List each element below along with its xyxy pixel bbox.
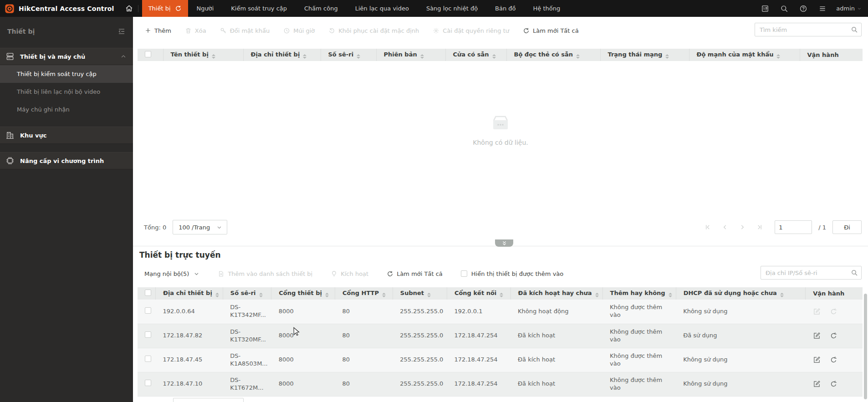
edit-button[interactable] (813, 332, 821, 340)
add-device-button[interactable]: Thêm (145, 27, 171, 34)
sidebar-item-nang-cap-vi-chuong-trinh[interactable]: Nâng cấp vi chương trình (0, 152, 133, 169)
tab-cham-cong[interactable]: Chấm công (296, 0, 347, 17)
select-all-checkbox[interactable] (145, 290, 151, 296)
table-row[interactable]: 192.0.0.64 DS-K1T342MF... 8000 80 255.25… (138, 300, 863, 324)
sort-icon[interactable] (500, 293, 503, 297)
global-search-button[interactable] (777, 1, 791, 16)
row-checkbox[interactable] (145, 380, 151, 386)
col-ten-thiet-bi[interactable]: Tên thiết bị (163, 49, 243, 61)
sort-icon[interactable] (303, 54, 306, 59)
first-page-button[interactable] (705, 224, 711, 230)
go-button[interactable]: Đi (832, 220, 862, 234)
tab-kiem-soat-truy-cap[interactable]: Kiểm soát truy cập (222, 0, 296, 17)
tab-thiet-bi[interactable]: Thiết bị (142, 0, 188, 17)
sort-icon[interactable] (215, 293, 219, 297)
search-icon[interactable] (851, 26, 858, 33)
privacy-settings-button[interactable]: Cài đặt quyền riêng tư (433, 27, 509, 34)
row-checkbox[interactable] (145, 331, 151, 338)
timezone-button[interactable]: Múi giờ (283, 27, 315, 34)
edit-button[interactable] (813, 356, 821, 364)
sort-icon[interactable] (357, 54, 360, 59)
menu-button[interactable] (815, 1, 830, 16)
sort-icon[interactable] (665, 54, 669, 59)
sidebar-item-thiet-bi-va-may-chu[interactable]: Thiết bị và máy chủ (0, 48, 133, 65)
col-da-kich-hoat[interactable]: Đã kích hoạt hay chưa (511, 287, 602, 300)
edit-button[interactable] (813, 308, 821, 315)
home-button[interactable] (121, 0, 138, 17)
col-cong-ket-noi[interactable]: Cổng kết nối (447, 287, 511, 300)
online-pagination-pagesize-partial[interactable] (173, 398, 244, 402)
restore-defaults-button[interactable]: Khôi phục cài đặt mặc định (328, 27, 419, 34)
sidebar-item-thiet-bi-lien-lac-noi-bo-video[interactable]: Thiết bị liên lạc nội bộ video (0, 83, 133, 101)
col-subnet[interactable]: Subnet (393, 287, 447, 300)
col-dia-chi-thiet-bi[interactable]: Địa chỉ thiết bị (156, 287, 223, 300)
change-password-button[interactable]: Đổi mật khẩu (220, 27, 270, 34)
sort-icon[interactable] (669, 293, 672, 297)
last-page-button[interactable] (756, 224, 763, 230)
sidebar-item-khu-vuc[interactable]: Khu vực (0, 127, 133, 144)
page-number-input[interactable] (775, 220, 812, 234)
sort-icon[interactable] (382, 293, 386, 297)
col-cong-http[interactable]: Cổng HTTP (335, 287, 393, 300)
table-row[interactable]: 172.18.47.10 DS-K1T672M... 8000 80 255.2… (138, 372, 863, 396)
sort-icon[interactable] (259, 293, 263, 297)
refresh-all-button[interactable]: Làm mới Tất cả (523, 27, 579, 34)
row-checkbox[interactable] (145, 356, 151, 362)
sidebar-item-may-chu-ghi-nhan[interactable]: Máy chủ ghi nhận (0, 101, 133, 118)
tab-sang-loc-nhiet-do[interactable]: Sàng lọc nhiệt độ (418, 0, 486, 17)
restore-button[interactable] (830, 380, 837, 388)
restore-button[interactable] (830, 332, 837, 340)
sort-icon[interactable] (776, 54, 780, 59)
edit-button[interactable] (813, 380, 821, 388)
sort-icon[interactable] (780, 293, 784, 297)
col-phien-ban[interactable]: Phiên bản (376, 49, 445, 61)
next-page-button[interactable] (739, 224, 745, 230)
col-do-manh-mat-khau[interactable]: Độ mạnh của mật khẩu (689, 49, 800, 61)
online-refresh-all-button[interactable]: Làm mới Tất cả (387, 270, 443, 277)
col-cua-co-san[interactable]: Cửa có sẵn (445, 49, 506, 61)
restore-button[interactable] (830, 308, 837, 315)
sort-icon[interactable] (212, 54, 215, 59)
online-search-input[interactable] (761, 266, 862, 280)
col-cong-thiet-bi[interactable]: Cổng thiết bị (271, 287, 335, 300)
row-checkbox[interactable] (145, 307, 151, 314)
device-search-input[interactable] (755, 23, 862, 36)
vertical-scrollbar[interactable] (864, 294, 867, 399)
search-icon[interactable] (851, 269, 858, 276)
col-dia-chi-thiet-bi[interactable]: Địa chỉ thiết bị (243, 49, 321, 61)
sort-icon[interactable] (420, 54, 424, 59)
activate-button[interactable]: Kích hoạt (331, 270, 368, 277)
user-menu[interactable]: admin (834, 5, 862, 12)
help-button[interactable] (796, 1, 811, 16)
show-added-devices-toggle[interactable]: Hiển thị thiết bị được thêm vào (461, 270, 563, 277)
wizard-button[interactable] (758, 1, 772, 16)
restore-button[interactable] (830, 356, 837, 364)
sort-icon[interactable] (325, 293, 329, 297)
show-added-checkbox[interactable] (461, 270, 467, 277)
sidebar-item-thiet-bi-kiem-soat-truy-cap[interactable]: Thiết bị kiểm soát truy cập (0, 65, 133, 83)
col-so-se-ri[interactable]: Số sê-ri (223, 287, 271, 300)
network-filter-dropdown[interactable]: Mạng nội bộ(5) (144, 270, 199, 277)
sidebar-collapse-button[interactable] (117, 27, 126, 36)
select-all-checkbox[interactable] (145, 51, 151, 57)
col-trang-thai-mang[interactable]: Trạng thái mạng (600, 49, 689, 61)
sort-icon[interactable] (492, 54, 496, 59)
table-row[interactable]: 172.18.47.45 DS-K1A8503M... 8000 80 255.… (138, 348, 863, 372)
col-them-hay-khong[interactable]: Thêm hay không (602, 287, 676, 300)
col-so-se-ri[interactable]: Số sê-ri (321, 49, 376, 61)
sort-icon[interactable] (595, 293, 599, 297)
section-collapse-handle[interactable] (495, 239, 513, 247)
sort-icon[interactable] (427, 293, 431, 297)
add-to-device-list-button[interactable]: Thêm vào danh sách thiết bị (218, 270, 312, 277)
page-size-select[interactable]: 100 /Trang (173, 220, 227, 234)
tab-he-thong[interactable]: Hệ thống (525, 0, 569, 17)
prev-page-button[interactable] (722, 224, 728, 230)
refresh-icon[interactable] (175, 5, 182, 12)
col-bo-doc-the[interactable]: Bộ đọc thẻ có sẵn (506, 49, 600, 61)
tab-lien-lac-qua-video[interactable]: Liên lạc qua video (347, 0, 418, 17)
tab-ban-do[interactable]: Bản đồ (486, 0, 524, 17)
sort-icon[interactable] (576, 54, 580, 59)
col-dhcp[interactable]: DHCP đã sử dụng hoặc chưa (676, 287, 806, 300)
table-row[interactable]: 172.18.47.82 DS-K1T320MF... 8000 80 255.… (138, 324, 863, 348)
tab-nguoi[interactable]: Người (188, 0, 223, 17)
